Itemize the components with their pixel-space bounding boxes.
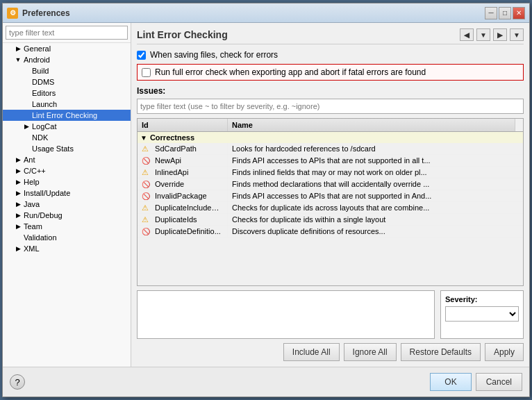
sidebar-item-logcat[interactable]: ▶ LogCat bbox=[3, 121, 131, 132]
sidebar-item-launch[interactable]: Launch bbox=[3, 99, 131, 110]
table-row[interactable]: NewApi Finds API accesses to APIs that a… bbox=[138, 155, 523, 167]
sidebar-item-java[interactable]: ▶ Java bbox=[3, 199, 131, 210]
sidebar-item-xml[interactable]: ▶ XML bbox=[3, 243, 131, 254]
expand-arrow-build bbox=[22, 67, 31, 75]
expand-arrow-install: ▶ bbox=[14, 189, 22, 197]
sidebar-item-usage-stats[interactable]: Usage Stats bbox=[3, 143, 131, 154]
sidebar-item-label-cpp: C/C++ bbox=[24, 167, 46, 175]
table-row[interactable]: DuplicateIncludedI... Checks for duplica… bbox=[138, 202, 523, 214]
sidebar-item-validation[interactable]: Validation bbox=[3, 232, 131, 243]
sidebar-item-ndk[interactable]: NDK bbox=[3, 132, 131, 143]
sidebar-item-label-ndk: NDK bbox=[32, 133, 48, 142]
table-row[interactable]: SdCardPath Looks for hardcoded reference… bbox=[138, 143, 523, 155]
nav-back-button[interactable]: ◀ bbox=[460, 28, 474, 41]
window-controls: ─ □ ✕ bbox=[485, 7, 525, 19]
expand-arrow-ant: ▶ bbox=[14, 156, 22, 164]
warning-icon-0 bbox=[142, 144, 150, 153]
maximize-button[interactable]: □ bbox=[499, 7, 511, 19]
expand-arrow-logcat: ▶ bbox=[22, 122, 31, 131]
nav-forward-button[interactable]: ▶ bbox=[493, 28, 507, 41]
sidebar-item-build[interactable]: Build bbox=[3, 65, 131, 76]
sidebar-item-label-team: Team bbox=[24, 222, 42, 231]
issues-table: Id Name ▼ Correctness SdCardPath bbox=[137, 118, 524, 286]
severity-label: Severity: bbox=[445, 295, 519, 303]
cell-name-7: Discovers duplicate definitions of resou… bbox=[228, 226, 523, 237]
run-full-check-row: Run full error check when exporting app … bbox=[137, 64, 524, 81]
include-all-button[interactable]: Include All bbox=[283, 343, 340, 361]
title-bar: ⚙ Preferences ─ □ ✕ bbox=[3, 3, 529, 23]
sidebar-item-label-run: Run/Debug bbox=[24, 211, 63, 219]
apply-button[interactable]: Apply bbox=[485, 343, 524, 361]
expand-arrow-cpp: ▶ bbox=[14, 167, 22, 175]
table-row[interactable]: DuplicateIds Checks for duplicate ids wi… bbox=[138, 214, 523, 226]
sidebar-item-label-xml: XML bbox=[24, 244, 40, 253]
saving-check-checkbox[interactable] bbox=[137, 51, 146, 60]
warning-icon-3 bbox=[142, 180, 150, 188]
sidebar-item-label-ddms: DDMS bbox=[32, 78, 54, 86]
sidebar-item-help[interactable]: ▶ Help bbox=[3, 176, 131, 188]
col-name-header: Name bbox=[228, 119, 515, 131]
group-expand-icon: ▼ bbox=[140, 134, 147, 142]
run-full-check-checkbox[interactable] bbox=[142, 68, 151, 77]
table-row[interactable]: Override Finds method declarations that … bbox=[138, 178, 523, 190]
sidebar-item-cpp[interactable]: ▶ C/C++ bbox=[3, 165, 131, 176]
sidebar-item-editors[interactable]: Editors bbox=[3, 88, 131, 99]
sidebar-item-team[interactable]: ▶ Team bbox=[3, 221, 131, 232]
severity-select[interactable]: Error Warning Info Ignore bbox=[445, 306, 519, 322]
sidebar-item-label-usage: Usage Stats bbox=[32, 144, 74, 153]
warning-icon-6 bbox=[142, 215, 150, 224]
sidebar-item-label-lint: Lint Error Checking bbox=[32, 111, 97, 119]
detail-text-area[interactable] bbox=[137, 290, 435, 339]
warning-icon-7 bbox=[142, 227, 150, 235]
close-button[interactable]: ✕ bbox=[513, 7, 525, 19]
panel-title-text: Lint Error Checking bbox=[137, 29, 228, 40]
cell-id-5: DuplicateIncludedI... bbox=[138, 202, 228, 213]
restore-defaults-button[interactable]: Restore Defaults bbox=[401, 343, 481, 361]
sidebar-item-general[interactable]: ▶ General bbox=[3, 43, 131, 54]
cell-name-2: Finds inlined fields that may or may not… bbox=[228, 167, 523, 178]
sidebar-item-label-android: Android bbox=[24, 56, 50, 64]
table-row[interactable]: InvalidPackage Finds API accesses to API… bbox=[138, 190, 523, 202]
nav-forward-dropdown[interactable]: ▼ bbox=[510, 28, 524, 41]
nav-back-dropdown[interactable]: ▼ bbox=[476, 28, 490, 41]
expand-arrow-java: ▶ bbox=[14, 200, 22, 208]
sidebar-item-ant[interactable]: ▶ Ant bbox=[3, 154, 131, 165]
expand-arrow-ndk bbox=[22, 133, 31, 142]
panel-title-area: Lint Error Checking ◀ ▼ ▶ ▼ bbox=[137, 28, 524, 44]
action-buttons: Include All Ignore All Restore Defaults … bbox=[137, 343, 524, 361]
help-button[interactable]: ? bbox=[10, 374, 25, 390]
sidebar-item-android[interactable]: ▼ Android bbox=[3, 54, 131, 65]
ignore-all-button[interactable]: Ignore All bbox=[344, 343, 397, 361]
saving-check-label: When saving files, check for errors bbox=[150, 50, 278, 60]
cancel-button[interactable]: Cancel bbox=[476, 373, 522, 391]
cell-id-4: InvalidPackage bbox=[138, 190, 228, 201]
cell-name-5: Checks for duplicate ids across layouts … bbox=[228, 202, 523, 213]
cell-name-3: Finds method declarations that will acci… bbox=[228, 178, 523, 190]
expand-arrow-run: ▶ bbox=[14, 211, 22, 219]
sidebar-item-label-validation: Validation bbox=[24, 233, 57, 242]
sidebar-item-label-ant: Ant bbox=[24, 156, 35, 164]
cell-id-2: InlinedApi bbox=[138, 167, 228, 178]
sidebar-item-lint-error-checking[interactable]: Lint Error Checking bbox=[3, 110, 131, 121]
bottom-buttons-bar: ? OK Cancel bbox=[3, 367, 529, 397]
expand-arrow-usage bbox=[22, 144, 31, 153]
table-row[interactable]: DuplicateDefinitio... Discovers duplicat… bbox=[138, 226, 523, 238]
issues-scroll-area[interactable]: ▼ Correctness SdCardPath Looks for hardc… bbox=[138, 132, 523, 285]
minimize-button[interactable]: ─ bbox=[485, 7, 497, 19]
expand-arrow-lint bbox=[22, 111, 31, 119]
bottom-area: Severity: Error Warning Info Ignore bbox=[137, 290, 524, 339]
ok-button[interactable]: OK bbox=[430, 373, 471, 391]
main-content: ▶ General ▼ Android Build DDMS Editors bbox=[3, 23, 529, 367]
sidebar-item-ddms[interactable]: DDMS bbox=[3, 76, 131, 88]
run-full-check-label: Run full error check when exporting app … bbox=[155, 67, 426, 77]
expand-arrow-team: ▶ bbox=[14, 222, 22, 231]
sidebar-item-install-update[interactable]: ▶ Install/Update bbox=[3, 188, 131, 199]
sidebar-item-run-debug[interactable]: ▶ Run/Debug bbox=[3, 210, 131, 221]
expand-arrow-editors bbox=[22, 89, 31, 97]
expand-arrow-general: ▶ bbox=[14, 44, 22, 53]
table-header: Id Name bbox=[138, 119, 523, 132]
sidebar-filter-input[interactable] bbox=[6, 26, 128, 40]
issues-filter-input[interactable] bbox=[137, 99, 524, 114]
sidebar: ▶ General ▼ Android Build DDMS Editors bbox=[3, 23, 131, 367]
table-row[interactable]: InlinedApi Finds inlined fields that may… bbox=[138, 167, 523, 178]
